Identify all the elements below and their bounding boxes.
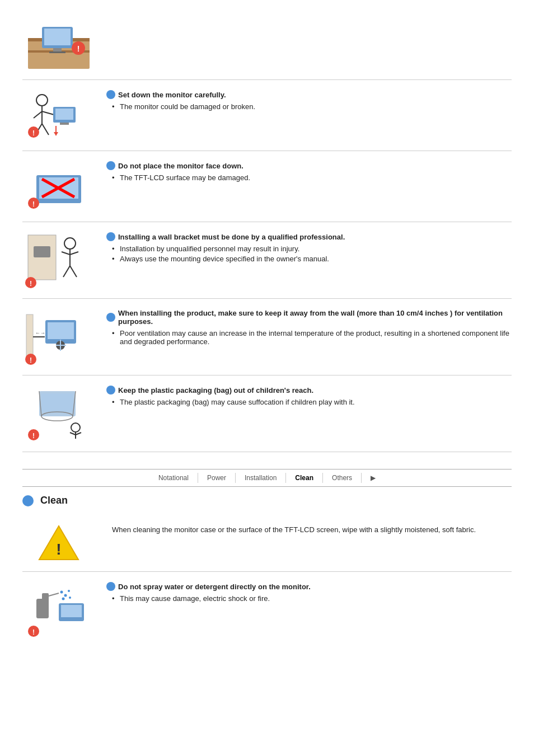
bullet-icon-4 [106, 313, 115, 322]
title-packaging: Keep the plastic packaging (bag) out of … [106, 386, 512, 395]
nav-item-others[interactable]: Others [323, 473, 362, 483]
illus-col-no-spray: ! [22, 582, 101, 638]
bullet-list-3: Installation by unqualified personnel ma… [106, 245, 512, 263]
bullet-item: This may cause damage, electric shock or… [112, 594, 512, 603]
svg-line-64 [49, 593, 59, 596]
bullet-icon-1 [106, 90, 115, 99]
svg-rect-50 [41, 393, 73, 412]
section-row-packaging: ! Keep the plastic packaging (bag) out o… [22, 375, 512, 452]
svg-rect-6 [49, 51, 65, 53]
svg-line-34 [70, 266, 77, 277]
bullet-icon-3 [106, 232, 115, 241]
illus-col-wall-bracket: ! [22, 232, 101, 288]
svg-point-67 [62, 598, 65, 600]
svg-text:!: ! [30, 356, 32, 364]
svg-line-57 [76, 433, 81, 435]
clean-heading-icon [22, 495, 34, 506]
svg-line-32 [70, 252, 78, 255]
bullet-item: Always use the mounting device specified… [112, 255, 512, 263]
bullet-list-4: Poor ventilation may cause an increase i… [106, 329, 512, 346]
svg-line-33 [63, 266, 70, 277]
clean-section-heading: Clean [22, 495, 512, 506]
packaging-illus: ! [25, 386, 92, 442]
svg-text:!: ! [32, 628, 35, 636]
illus-col-ventilation: ←→ ! [22, 309, 101, 365]
text-col-ventilation: When installing the product, make sure t… [101, 309, 512, 348]
svg-rect-71 [61, 605, 82, 617]
bullet-item: The TFT-LCD surface may be damaged. [112, 173, 512, 182]
title-wall-bracket: Installing a wall bracket must be done b… [106, 232, 512, 241]
nav-item-more[interactable]: ▶ [362, 473, 385, 483]
bullet-icon-spray [106, 582, 115, 591]
bullet-list-spray: This may cause damage, electric shock or… [106, 594, 512, 603]
bullet-icon-5 [106, 386, 115, 395]
title-face-down: Do not place the monitor face down. [106, 161, 512, 170]
top-illus-row: ! [22, 11, 512, 80]
wall-bracket-illus: ! [25, 232, 92, 288]
clean-warn-triangle: ! [36, 523, 81, 562]
clean-warn-row: ! When cleaning the monitor case or the … [22, 514, 512, 572]
svg-line-14 [42, 124, 49, 135]
svg-rect-17 [60, 123, 69, 125]
svg-point-65 [60, 591, 63, 594]
svg-marker-21 [54, 132, 58, 136]
text-col-no-spray: Do not spray water or detergent directly… [101, 582, 512, 604]
section-row-wall-bracket: ! Installing a wall bracket must be done… [22, 222, 512, 299]
svg-rect-16 [55, 109, 73, 120]
clean-heading-text: Clean [40, 495, 68, 506]
svg-rect-5 [53, 48, 62, 51]
text-col-monitor-down: Set down the monitor carefully. The moni… [101, 90, 512, 112]
text-col-packaging: Keep the plastic packaging (bag) out of … [101, 386, 512, 408]
svg-point-29 [64, 238, 76, 249]
ventilation-illus: ←→ ! [25, 309, 92, 365]
svg-rect-63 [42, 593, 49, 601]
svg-point-9 [36, 95, 48, 106]
text-col-face-down: Do not place the monitor face down. The … [101, 161, 512, 184]
svg-text:!: ! [30, 280, 32, 288]
svg-rect-4 [44, 29, 71, 45]
illus-col-monitor-down: ! [22, 90, 101, 140]
svg-text:!: ! [77, 44, 80, 53]
title-ventilation: When installing the product, make sure t… [106, 309, 512, 326]
svg-rect-43 [48, 322, 74, 339]
face-down-illus: ! [25, 161, 92, 212]
monitor-caution-illus: ! [25, 21, 92, 72]
spray-warning-illus: ! [25, 582, 92, 638]
svg-point-66 [64, 594, 67, 597]
nav-item-power[interactable]: Power [198, 473, 236, 483]
svg-text:!: ! [32, 200, 35, 208]
svg-rect-38 [26, 314, 33, 359]
section-row-face-down: ! Do not place the monitor face down. Th… [22, 151, 512, 222]
section-row-no-spray: ! Do not spray water or detergent direct… [22, 572, 512, 648]
illus-col-face-down: ! [22, 161, 101, 212]
svg-point-54 [71, 423, 80, 432]
title-no-spray: Do not spray water or detergent directly… [106, 582, 512, 591]
section-row-monitor-down: ! Set down the monitor carefully. The mo… [22, 80, 512, 151]
bullet-item: Poor ventilation may cause an increase i… [112, 329, 512, 346]
nav-bar: Notational Power Installation Clean Othe… [22, 469, 512, 487]
top-illus-col: ! [22, 21, 101, 72]
svg-point-69 [69, 597, 71, 599]
svg-rect-62 [36, 599, 49, 618]
svg-point-68 [68, 590, 70, 592]
bullet-list-1: The monitor could be damaged or broken. [106, 102, 512, 111]
svg-line-56 [70, 433, 76, 435]
nav-item-clean[interactable]: Clean [286, 473, 323, 483]
page-content: ! ! [0, 0, 534, 659]
bullet-list-2: The TFT-LCD surface may be damaged. [106, 173, 512, 182]
svg-rect-35 [34, 246, 50, 257]
bullet-list-5: The plastic packaging (bag) may cause su… [106, 398, 512, 406]
svg-text:!: ! [56, 541, 61, 558]
clean-warn-illus-col: ! [22, 523, 101, 562]
monitor-down-illus: ! [25, 90, 92, 140]
illus-col-packaging: ! [22, 386, 101, 442]
bullet-item: The plastic packaging (bag) may cause su… [112, 398, 512, 406]
svg-text:←→: ←→ [35, 330, 45, 336]
bullet-icon-2 [106, 161, 115, 170]
nav-item-installation[interactable]: Installation [236, 473, 286, 483]
svg-text:!: ! [32, 432, 35, 440]
bullet-item: Installation by unqualified personnel ma… [112, 245, 512, 253]
bullet-item: The monitor could be damaged or broken. [112, 102, 512, 111]
title-monitor-down: Set down the monitor carefully. [106, 90, 512, 99]
nav-item-notational[interactable]: Notational [149, 473, 198, 483]
